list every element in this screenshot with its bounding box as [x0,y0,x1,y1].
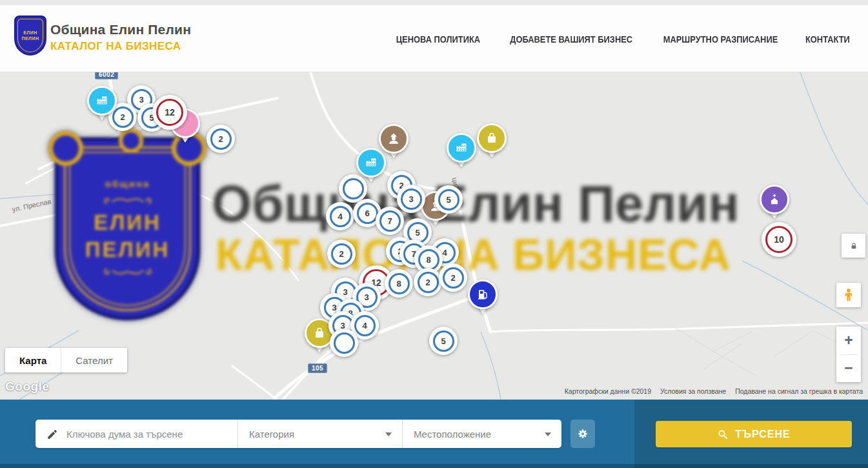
keyword-input[interactable] [65,428,237,440]
map-pin-fuel[interactable] [468,280,498,320]
cluster-marker[interactable]: 12 [152,95,187,130]
map-type-control: Карта Сателит [5,348,127,372]
road-number-label: 105 [308,363,327,373]
map-pin-church[interactable] [760,185,789,225]
page-top-strip [0,0,868,5]
cluster-marker[interactable] [330,329,358,357]
cluster-marker[interactable]: 3 [397,185,425,213]
map-canvas[interactable]: община ЕЛИН ПЕЛИН Община Елин Пелин КАТА… [0,72,868,400]
cluster-marker[interactable]: 2 [327,239,356,268]
chevron-down-icon [385,432,392,440]
shield-ornament-left [48,131,83,166]
pegman-icon [841,287,856,303]
cluster-marker[interactable]: 8 [385,269,413,298]
location-select[interactable]: Местоположение [402,420,561,448]
attribution-data: Картографски данни ©2019 [565,387,651,395]
cluster-marker[interactable]: 5 [434,185,463,214]
logo-name-line1: ЕЛИН [23,30,37,36]
category-select[interactable]: Категория [237,420,402,448]
keyword-section [35,420,237,448]
lock-icon [849,241,859,251]
logo-name-line2: ПЕЛИН [21,36,39,41]
zoom-out-button[interactable]: − [836,355,861,383]
watermark-subtitle: КАТАЛОГ НА БИЗНЕСА [216,229,731,280]
municipality-logo[interactable]: ЕЛИН ПЕЛИН [14,15,46,56]
shield-flourish-bottom [102,265,154,280]
pencil-icon [46,428,59,440]
shield-ornament-center [119,128,143,153]
attribution-terms-link[interactable]: Условия за ползване [660,387,726,395]
zoom-control: + − [836,327,861,382]
map-type-map-button[interactable]: Карта [5,348,61,372]
map-pin-worker[interactable] [379,124,409,164]
search-button-label: ТЪРСЕНЕ [735,429,790,440]
nav-item-pricing[interactable]: ЦЕНОВА ПОЛИТИКА [396,34,480,45]
search-submit-button[interactable]: ТЪРСЕНЕ [656,421,852,447]
nav-item-add-business[interactable]: ДОБАВЕТЕ ВАШИЯТ БИЗНЕС [510,34,632,45]
advanced-settings-button[interactable] [570,420,595,448]
map-pin-bag[interactable] [477,123,507,163]
cluster-marker[interactable]: 2 [439,263,467,292]
map-pin-factory[interactable] [87,86,117,126]
lock-control[interactable] [842,234,865,258]
cluster-marker[interactable]: 10 [762,222,796,257]
map-pin-factory[interactable] [447,133,476,173]
nav-item-route-schedule[interactable]: МАРШРУТНО РАЗПИСАНИЕ [663,34,778,45]
google-logo: Google [5,380,49,394]
nav-item-contacts[interactable]: КОНТАКТИ [805,34,850,45]
search-bar: Категория Местоположение ТЪРСЕНЕ [0,400,868,468]
shield-name-line2: ПЕЛИН [85,238,170,261]
location-select-value: Местоположение [414,429,491,440]
header: ЕЛИН ПЕЛИН Община Елин Пелин КАТАЛОГ НА … [0,5,868,72]
search-icon [717,429,729,440]
site-subtitle: КАТАЛОГ НА БИЗНЕСА [50,40,191,53]
shield-word: община [105,178,150,189]
pegman-control[interactable] [836,283,861,307]
chevron-down-icon [545,432,551,440]
cluster-marker[interactable]: 4 [326,202,354,230]
zoom-in-button[interactable]: + [836,327,861,354]
cluster-marker[interactable]: 2 [414,268,442,296]
search-box: Категория Местоположение [35,420,561,448]
road-number-label: 6002 [95,72,118,79]
brand-block[interactable]: Община Елин Пелин КАТАЛОГ НА БИЗНЕСА [50,22,191,53]
main-nav: ЦЕНОВА ПОЛИТИКА ДОБАВЕТЕ ВАШИЯТ БИЗНЕС М… [392,34,852,45]
category-select-value: Категория [249,429,294,440]
map-type-satellite-button[interactable]: Сателит [61,348,127,372]
cluster-marker[interactable]: 7 [376,207,404,235]
map-attribution: Картографски данни ©2019 Условия за полз… [565,387,863,395]
watermark-logo-shield: община ЕЛИН ПЕЛИН [55,137,200,320]
cluster-marker[interactable]: 5 [429,327,458,355]
site-title: Община Елин Пелин [50,22,191,37]
watermark-title: Община Елин Пелин [212,174,740,234]
gear-icon [576,427,589,440]
shield-name-line1: ЕЛИН [94,211,161,234]
shield-flourish-top [102,193,154,207]
attribution-report-link[interactable]: Подаване на сигнал за грешка в картата [735,387,863,395]
bottom-edge-strip [0,464,868,468]
cluster-marker[interactable]: 2 [207,125,235,153]
